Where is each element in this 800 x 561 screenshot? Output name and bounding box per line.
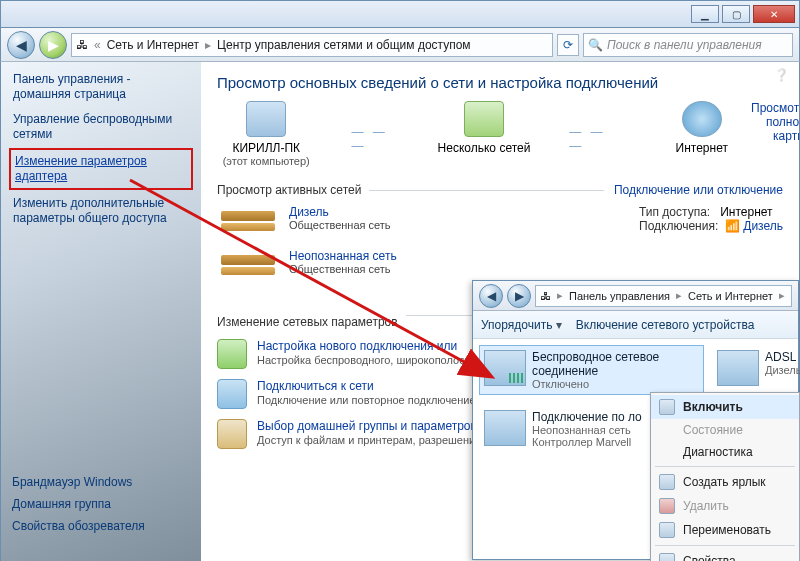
sidebar-see-also: Брандмауэр Windows Домашняя группа Свойс… — [12, 467, 192, 541]
globe-icon — [682, 101, 722, 137]
map-connector: — — — — [569, 115, 616, 153]
breadcrumb-item[interactable]: Панель управления — [569, 290, 670, 302]
view-full-map-link[interactable]: Просмотр полной карты — [751, 101, 799, 143]
network-params-header: Изменение сетевых параметров — [217, 315, 398, 329]
breadcrumb-icon: 🖧 — [76, 38, 88, 52]
ctx-enable[interactable]: Включить — [651, 395, 799, 419]
network-type: Общественная сеть — [289, 219, 391, 231]
multi-networks-label: Несколько сетей — [435, 141, 533, 155]
sidebar-item-firewall[interactable]: Брандмауэр Windows — [12, 475, 192, 489]
adapter-status: Дизель — [765, 364, 800, 376]
context-menu: Включить Состояние Диагностика Создать я… — [650, 392, 800, 561]
sidebar: Панель управления - домашняя страница Уп… — [1, 62, 201, 561]
adapter-name: Подключение по ло — [532, 410, 642, 424]
map-connector: — — — — [351, 115, 398, 153]
network-map: КИРИЛЛ-ПК (этот компьютер) — — — Несколь… — [217, 101, 751, 167]
address-bar: ◀ ▶ 🖧 « Сеть и Интернет ▸ Центр управлен… — [0, 28, 800, 62]
adapters-address-bar: ◀ ▶ 🖧 ▸ Панель управления ▸ Сеть и Интер… — [473, 281, 798, 311]
connect-network-icon — [217, 379, 247, 409]
help-icon[interactable]: ❔ — [774, 68, 789, 82]
delete-icon — [659, 498, 675, 514]
network-name-link[interactable]: Дизель — [289, 205, 391, 219]
adapter-icon — [484, 410, 526, 446]
nav-back-button[interactable]: ◀ — [7, 31, 35, 59]
close-button[interactable]: ✕ — [753, 5, 795, 23]
search-placeholder: Поиск в панели управления — [607, 38, 762, 52]
connections-label: Подключения: — [639, 219, 718, 233]
sidebar-item-sharing[interactable]: Изменить дополнительные параметры общего… — [13, 196, 189, 226]
ctx-status: Состояние — [651, 419, 799, 441]
adapter-device: Контроллер Marvell — [532, 436, 642, 448]
chevron-right-icon: ▸ — [779, 289, 785, 302]
divider — [369, 190, 604, 191]
sidebar-item-browser-properties[interactable]: Свойства обозревателя — [12, 519, 192, 533]
properties-icon — [659, 553, 675, 561]
chevron-right-icon: ▸ — [676, 289, 682, 302]
networks-icon — [464, 101, 504, 137]
wifi-adapter-icon — [484, 350, 526, 386]
breadcrumb-item[interactable]: Сеть и Интернет — [107, 38, 199, 52]
chevron-right-icon: ▸ — [205, 38, 211, 52]
menu-separator — [655, 466, 795, 467]
adapter-icon — [717, 350, 759, 386]
adapter-adsl[interactable]: ADSL Дизель — [712, 345, 792, 395]
new-connection-icon — [217, 339, 247, 369]
connection-link[interactable]: Дизель — [743, 219, 783, 233]
signal-icon: 📶 — [725, 219, 740, 233]
nav-forward-button[interactable]: ▶ — [39, 31, 67, 59]
minimize-button[interactable]: ▁ — [691, 5, 719, 23]
search-input[interactable]: 🔍 Поиск в панели управления — [583, 33, 793, 57]
organize-menu[interactable]: Упорядочить — [481, 318, 562, 332]
internet-label: Интернет — [653, 141, 751, 155]
network-type: Общественная сеть — [289, 263, 397, 275]
active-networks-header: Просмотр активных сетей — [217, 183, 361, 197]
breadcrumb-item[interactable]: Центр управления сетями и общим доступом — [217, 38, 471, 52]
breadcrumb-icon: 🖧 — [540, 290, 551, 302]
bench-icon — [217, 249, 279, 285]
enable-device-button[interactable]: Включение сетевого устройства — [576, 318, 755, 332]
pc-name: КИРИЛЛ-ПК — [217, 141, 315, 155]
breadcrumb-item[interactable]: Сеть и Интернет — [688, 290, 773, 302]
adapter-status: Неопознанная сеть — [532, 424, 642, 436]
rename-icon — [659, 522, 675, 538]
bench-icon — [217, 205, 279, 241]
map-multiple-networks[interactable]: Несколько сетей — [435, 101, 533, 155]
breadcrumb[interactable]: 🖧 ▸ Панель управления ▸ Сеть и Интернет … — [535, 285, 792, 307]
access-type-label: Тип доступа: — [639, 205, 710, 219]
adapter-status: Отключено — [532, 378, 699, 390]
breadcrumb[interactable]: 🖧 « Сеть и Интернет ▸ Центр управления с… — [71, 33, 553, 57]
sidebar-item-wireless[interactable]: Управление беспроводными сетями — [13, 112, 189, 142]
nav-forward-button[interactable]: ▶ — [507, 284, 531, 308]
network-name-link[interactable]: Неопознанная сеть — [289, 249, 397, 263]
sidebar-item-adapter-settings[interactable]: Изменение параметров адаптера — [13, 152, 189, 186]
map-internet[interactable]: Интернет — [653, 101, 751, 155]
computer-icon — [246, 101, 286, 137]
access-type-value: Интернет — [720, 205, 772, 219]
enable-icon — [659, 399, 675, 415]
adapter-name: Беспроводное сетевое соединение — [532, 350, 699, 378]
ctx-delete: Удалить — [651, 494, 799, 518]
pc-sub: (этот компьютер) — [217, 155, 315, 167]
chevron-right-icon: ▸ — [557, 289, 563, 302]
menu-separator — [655, 545, 795, 546]
page-title: Просмотр основных сведений о сети и наст… — [217, 74, 783, 91]
sidebar-item-homegroup[interactable]: Домашняя группа — [12, 497, 192, 511]
shortcut-icon — [659, 474, 675, 490]
window-titlebar: ▁ ▢ ✕ — [0, 0, 800, 28]
adapters-toolbar: Упорядочить Включение сетевого устройств… — [473, 311, 798, 339]
ctx-properties[interactable]: Свойства — [651, 549, 799, 561]
nav-back-button[interactable]: ◀ — [479, 284, 503, 308]
ctx-rename[interactable]: Переименовать — [651, 518, 799, 542]
adapter-name: ADSL — [765, 350, 800, 364]
refresh-button[interactable]: ⟳ — [557, 34, 579, 56]
map-this-pc[interactable]: КИРИЛЛ-ПК (этот компьютер) — [217, 101, 315, 167]
search-icon: 🔍 — [588, 38, 603, 52]
maximize-button[interactable]: ▢ — [722, 5, 750, 23]
ctx-create-shortcut[interactable]: Создать ярлык — [651, 470, 799, 494]
homegroup-icon — [217, 419, 247, 449]
ctx-diagnostics[interactable]: Диагностика — [651, 441, 799, 463]
adapter-wireless[interactable]: Беспроводное сетевое соединение Отключен… — [479, 345, 704, 395]
connect-disconnect-link[interactable]: Подключение или отключение — [614, 183, 783, 197]
network-details: Тип доступа: Интернет Подключения: 📶 Диз… — [639, 205, 783, 233]
sidebar-home-link[interactable]: Панель управления - домашняя страница — [13, 72, 189, 102]
